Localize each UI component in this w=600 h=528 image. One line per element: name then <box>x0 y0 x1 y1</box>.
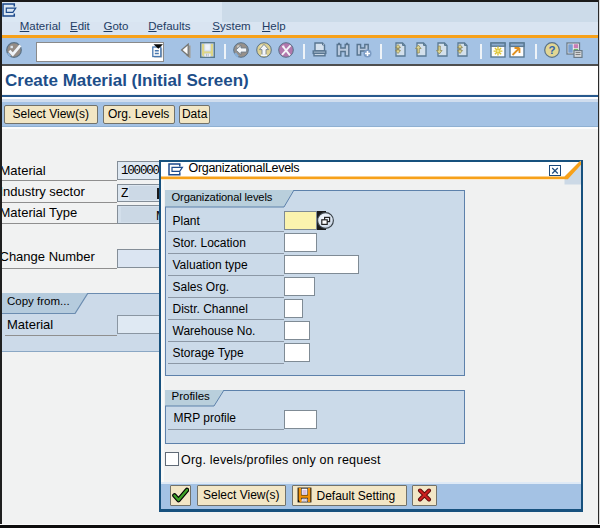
svg-text:?: ? <box>548 44 555 56</box>
